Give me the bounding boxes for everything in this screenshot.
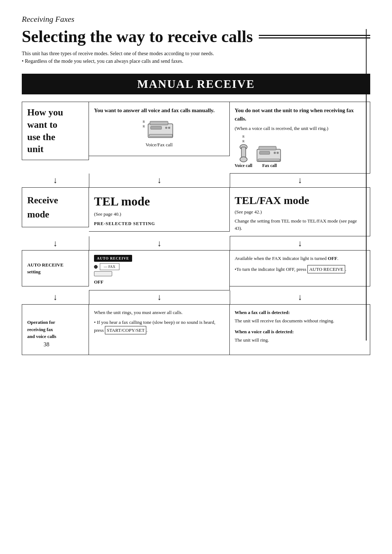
right-row1-voice: Voice call: [235, 162, 253, 169]
diagram-row-3: AUTO RECEIVEsetting AUTO RECEIVE — FAX O…: [22, 250, 370, 290]
diagram-row-4: Operation forreceiving faxand voice call…: [22, 304, 370, 355]
fax-indicator-desc1: Available when the FAX indicator light i…: [235, 255, 365, 262]
page-number: 38: [44, 341, 49, 348]
start-copy-set-ref: START/COPY/SET: [105, 326, 146, 335]
unit-rings-box: When the unit rings, you must answer all…: [89, 304, 230, 355]
diagram-row-1: How youwant touse theunit You want to an…: [22, 102, 370, 174]
arrow-row-3: ↓ ↓ ↓: [22, 290, 370, 304]
svg-rect-2: [151, 126, 162, 129]
voice-detected-title: When a voice call is detected:: [235, 328, 365, 335]
mid-row1-caption: Voice/Fax call: [94, 141, 224, 148]
arrow-mid-2: ↓: [89, 236, 230, 250]
unit-rings-text2: • If you hear a fax calling tone (slow b…: [94, 319, 224, 334]
arrow-right-1: ↓: [230, 174, 371, 187]
svg-point-12: [274, 152, 276, 154]
arrow-right-3: ↓: [230, 290, 371, 304]
how-you-box: How youwant touse theunit: [22, 102, 89, 160]
right-row1-devices: RR Voice call: [235, 134, 365, 169]
svg-point-4: [168, 127, 170, 129]
button-shape: [94, 271, 112, 276]
diagram-row-2: Receivemode TEL mode (See page 40.) PRE-…: [22, 187, 370, 237]
fax-detected-desc: The unit will receive fax documents with…: [235, 317, 365, 325]
left-operation: Operation forreceiving faxand voice call…: [22, 304, 89, 355]
right-row3: Available when the FAX indicator light i…: [230, 250, 371, 290]
main-diagram: How youwant touse theunit You want to an…: [22, 102, 370, 355]
tel-fax-mode-title: TEL/FAX mode: [235, 192, 365, 208]
voice-detected-desc: The unit will ring.: [235, 337, 365, 344]
handset-svg: [238, 144, 249, 162]
fax-machine-mid: RR: [94, 118, 224, 138]
fax-indicator-off-box: Available when the FAX indicator light i…: [230, 250, 371, 286]
tel-mode-box: TEL mode (See page 40.) PRE-SELECTED SET…: [89, 187, 230, 232]
arrow-right-2: ↓: [230, 236, 371, 250]
auto-receive-ref: AUTO RECEIVE: [307, 265, 345, 274]
off-label: OFF: [94, 278, 224, 286]
right-row1-fax: Fax call: [262, 162, 277, 169]
left-how-you: How youwant touse theunit: [22, 102, 89, 174]
left-auto-receive: AUTO RECEIVEsetting: [22, 250, 89, 290]
fax-machine-svg-mid: [146, 118, 175, 138]
tel-mode-title: TEL mode: [94, 192, 224, 211]
mid-row3: AUTO RECEIVE — FAX OFF: [89, 250, 230, 290]
title-decoration: [259, 35, 370, 38]
fax-label: — FAX: [100, 263, 119, 270]
mid-row1: You want to answer all voice and fax cal…: [89, 102, 230, 174]
fax-detected-title: When a fax call is detected:: [235, 309, 365, 316]
svg-rect-11: [260, 151, 270, 154]
tel-fax-mode-see: (See page 42.): [235, 208, 365, 216]
svg-point-3: [165, 127, 167, 129]
manual-receive-banner: MANUAL RECEIVE: [22, 74, 370, 94]
operation-box: Operation forreceiving faxand voice call…: [22, 304, 89, 355]
arrow-left-3: ↓: [22, 290, 89, 304]
right-row1: You do not want the unit to ring when re…: [230, 102, 371, 174]
main-title: Selecting the way to receive calls: [22, 27, 370, 46]
arrow-row-1: ↓ ↓ ↓: [22, 174, 370, 187]
indicator-dot: [94, 265, 98, 269]
svg-rect-7: [241, 147, 246, 157]
svg-rect-5: [149, 134, 172, 137]
how-you-label: How youwant touse theunit: [27, 106, 63, 155]
title-line-1: [259, 35, 370, 36]
svg-rect-1: [150, 121, 168, 125]
intro-text: This unit has three types of receive mod…: [22, 50, 370, 65]
off-indicator-box: AUTO RECEIVE — FAX OFF: [89, 250, 230, 290]
receive-mode-box: Receivemode: [22, 187, 89, 227]
right-row1-title: You do not want the unit to ring when re…: [235, 106, 365, 123]
tel-fax-mode-box: TEL/FAX mode (See page 42.) Change the s…: [230, 187, 371, 237]
tel-mode-see: (See page 40.): [94, 211, 224, 218]
right-border-decoration: [366, 29, 367, 341]
arrow-mid-3: ↓: [89, 290, 230, 304]
mid-row1-box: You want to answer all voice and fax cal…: [89, 102, 230, 156]
fax-indicator-desc2: •To turn the indicator light OFF, press …: [235, 265, 365, 274]
fax-machine-svg-right: [256, 144, 283, 162]
svg-point-13: [277, 152, 279, 154]
arrow-row-2: ↓ ↓ ↓: [22, 236, 370, 250]
mid-row4: When the unit rings, you must answer all…: [89, 304, 230, 355]
section-title: Receiving Faxes: [22, 15, 370, 24]
tel-fax-mode-desc: Change the setting from TEL mode to TEL/…: [235, 217, 365, 232]
pre-selected: PRE-SELECTED SETTING: [94, 220, 224, 227]
svg-point-8: [240, 157, 247, 162]
arrow-mid-1: ↓: [89, 174, 230, 187]
mid-row1-title: You want to answer all voice and fax cal…: [94, 106, 224, 115]
right-row4: When a fax call is detected: The unit wi…: [230, 304, 371, 355]
right-row1-box: You do not want the unit to ring when re…: [230, 102, 371, 174]
auto-receive-setting-box: AUTO RECEIVEsetting: [22, 250, 89, 286]
svg-rect-10: [259, 146, 276, 150]
left-receive-mode: Receivemode: [22, 187, 89, 237]
fax-voice-detected-box: When a fax call is detected: The unit wi…: [230, 304, 371, 355]
title-line-2: [259, 37, 370, 38]
auto-receive-button-label: AUTO RECEIVE: [94, 255, 132, 262]
svg-rect-14: [258, 159, 280, 161]
right-row2: TEL/FAX mode (See page 42.) Change the s…: [230, 187, 371, 237]
unit-rings-text1: When the unit rings, you must answer all…: [94, 309, 224, 316]
arrow-left-1: ↓: [22, 174, 89, 187]
arrow-left-2: ↓: [22, 236, 89, 250]
right-row1-sub: (When a voice call is received, the unit…: [235, 125, 365, 132]
mid-row2: TEL mode (See page 40.) PRE-SELECTED SET…: [89, 187, 230, 237]
